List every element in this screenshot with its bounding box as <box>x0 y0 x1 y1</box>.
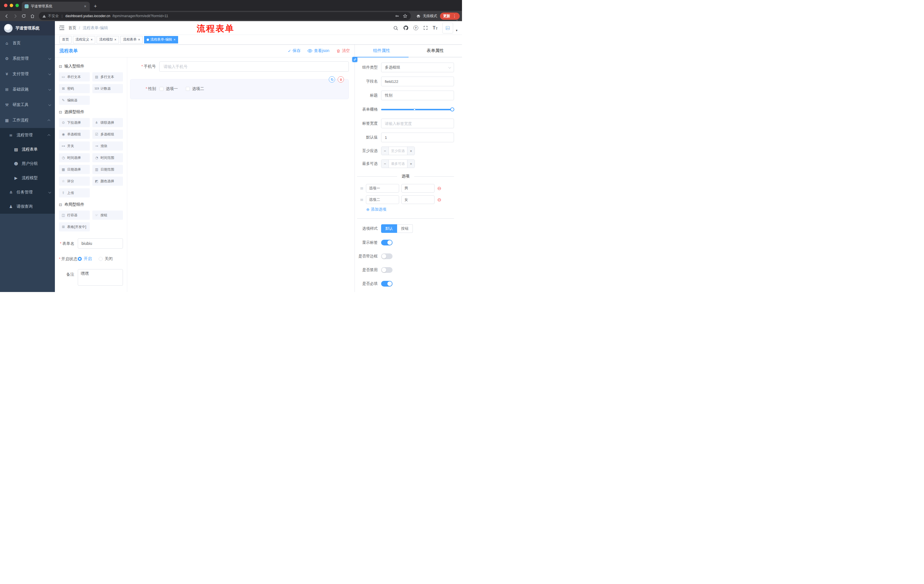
drag-handle-icon[interactable]: ≡ <box>360 197 364 202</box>
github-icon[interactable] <box>403 25 409 31</box>
palette-item-select[interactable]: ⊙下拉选择 <box>59 118 90 127</box>
phone-input[interactable] <box>159 61 349 72</box>
remove-option-icon[interactable]: ⊖ <box>437 197 441 202</box>
delete-widget-button[interactable] <box>338 76 344 82</box>
status-radio-off[interactable]: 关闭 <box>99 256 113 262</box>
palette-item-date-picker[interactable]: ▦日期选择 <box>59 165 90 174</box>
tab-form-props[interactable]: 表单属性 <box>409 44 462 57</box>
option-label-input[interactable] <box>366 184 399 192</box>
phone-field-widget[interactable]: *手机号 <box>130 61 349 72</box>
browser-menu-icon[interactable]: ⋮ <box>452 14 457 18</box>
sidebar-item-leave-query[interactable]: ♟ 请假查询 <box>0 199 55 214</box>
copy-widget-button[interactable] <box>329 76 335 82</box>
close-icon[interactable]: × <box>91 38 92 41</box>
sidebar-item-system-management[interactable]: ⚙ 系统管理 <box>0 51 55 66</box>
avatar[interactable] <box>442 23 453 33</box>
status-radio-on[interactable]: 开启 <box>78 256 92 262</box>
view-json-button[interactable]: 查看json <box>307 48 329 53</box>
form-remark-textarea[interactable]: 嘿嘿 <box>78 269 123 286</box>
component-type-select[interactable]: 多选框组 <box>381 63 454 72</box>
save-button[interactable]: ✓ 保存 <box>288 48 301 53</box>
link-icon[interactable] <box>352 57 357 62</box>
max-select-input[interactable] <box>389 160 407 168</box>
gender-field-widget-selected[interactable]: *性别 选项一 选项二 <box>130 79 349 99</box>
address-bar[interactable]: 不安全 | dashboard.yudao.iocoder.cn /bpm/ma… <box>39 12 411 20</box>
window-zoom-button[interactable] <box>15 4 19 7</box>
tag-process-form[interactable]: 流程表单 × <box>120 36 143 43</box>
sidebar-item-dev-tools[interactable]: ⚒ 研发工具 <box>0 97 55 113</box>
add-option-button[interactable]: ⊕ 添加选项 <box>366 207 454 212</box>
default-value-input[interactable] <box>381 133 454 142</box>
form-grid-slider[interactable] <box>381 105 454 114</box>
show-label-toggle[interactable] <box>381 240 393 245</box>
home-button[interactable] <box>28 12 36 20</box>
palette-item-single-line-text[interactable]: ▭单行文本 <box>59 72 90 81</box>
drag-handle-icon[interactable]: ≡ <box>360 186 364 191</box>
close-icon[interactable]: × <box>173 38 175 41</box>
minus-button[interactable]: − <box>381 147 389 155</box>
bookmark-star-icon[interactable] <box>403 14 408 18</box>
gender-option-2-checkbox[interactable]: 选项二 <box>186 86 204 91</box>
gender-option-1-checkbox[interactable]: 选项一 <box>160 86 178 91</box>
window-minimize-button[interactable] <box>10 4 13 7</box>
palette-item-row-container[interactable]: ◫行容器 <box>59 211 90 220</box>
sidebar-logo-row[interactable]: 芋道管理系统 <box>0 21 55 35</box>
close-icon[interactable]: × <box>114 38 116 41</box>
sidebar-item-process-form[interactable]: ▤ 流程表单 <box>0 142 55 156</box>
remove-option-icon[interactable]: ⊖ <box>437 186 441 191</box>
new-tab-button[interactable]: + <box>94 3 97 9</box>
option-style-default-button[interactable]: 默认 <box>381 224 397 233</box>
title-input[interactable] <box>381 90 454 100</box>
required-toggle[interactable] <box>381 281 393 286</box>
plus-button[interactable]: + <box>407 160 414 168</box>
label-width-input[interactable] <box>381 118 454 128</box>
palette-item-password[interactable]: ⊠密码 <box>59 84 90 93</box>
fullscreen-icon[interactable] <box>423 25 428 30</box>
tag-process-definition[interactable]: 流程定义 × <box>73 36 95 43</box>
password-key-icon[interactable] <box>395 14 399 18</box>
option-value-input[interactable] <box>401 196 434 204</box>
palette-item-button[interactable]: ☞按钮 <box>92 211 123 220</box>
palette-item-date-range[interactable]: ▥日期范围 <box>92 165 123 174</box>
clear-button[interactable]: 清空 <box>336 48 350 53</box>
back-button[interactable] <box>2 12 11 20</box>
disabled-toggle[interactable] <box>381 267 393 273</box>
palette-item-upload[interactable]: ⇧上传 <box>59 188 90 197</box>
plus-button[interactable]: + <box>407 147 414 155</box>
sidebar-item-infrastructure[interactable]: ⊞ 基础设施 <box>0 82 55 97</box>
form-name-input[interactable] <box>78 238 123 248</box>
palette-item-cascader[interactable]: ⋔级联选择 <box>92 118 123 127</box>
tab-component-props[interactable]: 组件属性 <box>355 44 409 57</box>
sidebar-item-workflow[interactable]: ▦ 工作流程 <box>0 113 55 128</box>
sidebar-item-process-management[interactable]: ≡ 流程管理 <box>0 128 55 142</box>
tag-home[interactable]: 首页 <box>59 36 71 43</box>
window-close-button[interactable] <box>4 4 7 7</box>
forward-button[interactable] <box>11 12 20 20</box>
sidebar-item-home[interactable]: ⌂ 首页 <box>0 35 55 51</box>
palette-item-time-range[interactable]: ◔时间范围 <box>92 153 123 162</box>
sidebar-item-task-management[interactable]: ⋔ 任务管理 <box>0 185 55 199</box>
option-style-button-button[interactable]: 按钮 <box>397 224 413 233</box>
option-label-input[interactable] <box>366 196 399 204</box>
palette-item-color-picker[interactable]: ◩颜色选择 <box>92 176 123 186</box>
search-icon[interactable] <box>393 25 398 31</box>
option-value-input[interactable] <box>401 184 434 192</box>
hamburger-icon[interactable] <box>59 26 64 30</box>
palette-item-multi-line-text[interactable]: ▤多行文本 <box>92 72 123 81</box>
min-select-input[interactable] <box>389 147 407 155</box>
form-canvas[interactable]: *手机号 <box>127 58 355 292</box>
help-icon[interactable]: ? <box>413 25 418 30</box>
browser-tab[interactable]: 芋道管理系统 × <box>22 2 90 11</box>
minus-button[interactable]: − <box>381 160 389 168</box>
reload-button[interactable] <box>20 12 28 20</box>
tab-close-icon[interactable]: × <box>84 4 87 8</box>
close-icon[interactable]: × <box>138 38 140 41</box>
palette-item-radio-group[interactable]: ◉单选框组 <box>59 130 90 139</box>
sidebar-item-payment-management[interactable]: ¥ 支付管理 <box>0 66 55 82</box>
sidebar-item-user-group[interactable]: ☻ 用户分组 <box>0 156 55 171</box>
with-border-toggle[interactable] <box>381 253 393 259</box>
palette-item-editor[interactable]: ✎编辑器 <box>59 96 90 105</box>
breadcrumb-home[interactable]: 首页 <box>68 25 76 31</box>
tag-process-form-edit[interactable]: 流程表单-编辑 × <box>144 36 178 43</box>
chevron-down-icon[interactable]: ⌄ <box>456 18 458 21</box>
